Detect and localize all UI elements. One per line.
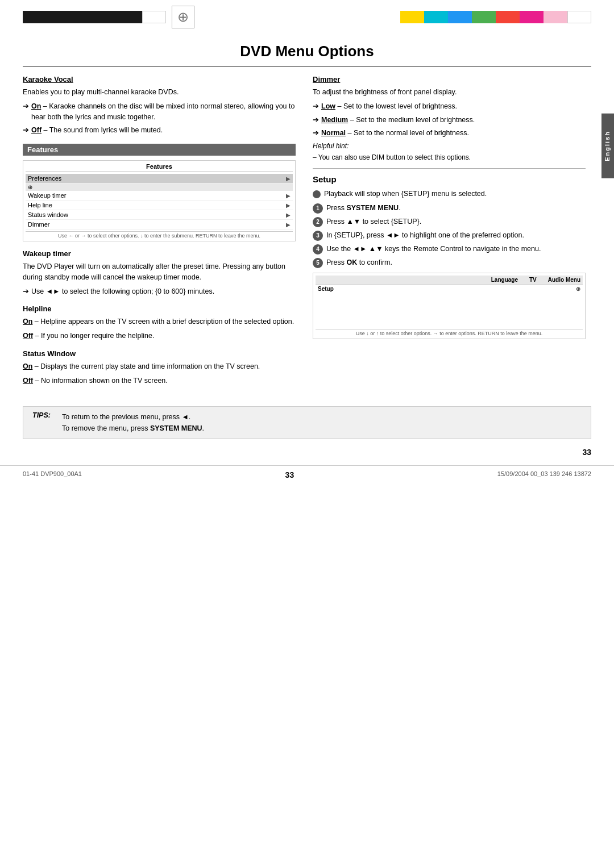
arrow-icon-6: ➔ [313,128,319,139]
crosshair-icon: ⊕ [172,6,194,28]
features-row-helpline: Help line ▶ [26,201,293,210]
status-window-section: Status Window On – Displays the current … [23,349,296,386]
color-block-yellow [400,11,424,23]
color-block-white2 [567,11,591,23]
top-bars-right [400,11,591,23]
setup-col-tv: TV [529,277,537,283]
footer-left: 01-41 DVP900_00A1 [23,470,82,479]
setup-box-header-cols: Language TV Audio Menu [491,277,580,283]
arrow-icon-1: ➔ [23,101,29,123]
color-block-cyan [424,11,448,23]
features-sub-icon: ⊕ [28,184,32,190]
setup-intro-bullet: Playback will stop when {SETUP} menu is … [313,189,586,199]
features-row-status: Status window ▶ [26,210,293,220]
arrow-icon-3: ➔ [23,286,29,297]
tips-bar: TIPS: To return to the previous menu, pr… [23,406,591,439]
footer-right: 15/09/2004 00_03 139 246 13872 [497,470,591,479]
features-row-preferences: Preferences ▶ [26,174,293,183]
arrow-icon-2: ➔ [23,125,29,136]
color-block-blue [448,11,472,23]
helpline-heading: Helpline [23,304,296,313]
tips-line-1: To return to the previous menu, press ◄. [62,411,204,423]
step-number-3: 3 [313,231,323,241]
features-section: Features Features Preferences ▶ ⊕ Wakeup… [23,144,296,241]
wakeup-timer-body: The DVD Player will turn on automaticall… [23,261,296,283]
color-block-black4 [94,11,118,23]
color-block-black3 [70,11,94,23]
language-tab: English [601,114,614,178]
setup-box-setup-label: Setup [318,286,576,292]
setup-step-2-text: Press ▲▼ to select {SETUP}. [326,216,421,227]
setup-col-audio: Audio Menu [548,277,580,283]
setup-step-4-text: Use the ◄► ▲▼ keys the Remote Control to… [326,244,541,254]
features-box: Features Preferences ▶ ⊕ Wakeup timer ▶ … [23,160,296,241]
features-arrow-helpline: ▶ [286,202,291,208]
status-window-on-text: On – Displays the current play state and… [23,361,296,372]
page-number: 33 [0,445,614,460]
setup-box-empty-label [318,277,491,283]
setup-step-5: 5 Press OK to confirm. [313,257,586,268]
setup-step-3-text: In {SETUP}, press ◄► to highlight one of… [326,230,524,241]
dimmer-normal-text: Normal – Set to the normal level of brig… [321,128,469,139]
color-block-pink [544,11,567,23]
step-number-2: 2 [313,217,323,227]
footer-center: 33 [285,470,294,479]
setup-steps: 1 Press SYSTEM MENU. 2 Press ▲▼ to selec… [313,203,586,268]
arrow-icon-4: ➔ [313,101,319,112]
setup-step-1-text: Press SYSTEM MENU. [326,203,401,214]
dimmer-low-bullet: ➔ Low – Set to the lowest level of brigh… [313,101,586,112]
helpline-off-text: Off – If you no longer require the helpl… [23,331,296,341]
features-footer: Use ← or → to select other options. ↓ to… [26,231,293,239]
dimmer-heading: Dimmer [313,75,586,84]
main-content: Karaoke Vocal Enables you to play multi-… [0,75,614,389]
features-row-wakeup: Wakeup timer ▶ [26,191,293,201]
setup-box-empty-area [316,293,583,327]
features-arrow-wakeup: ▶ [286,193,291,199]
top-bars-left [23,11,166,23]
right-column: Dimmer To adjust the brightness of front… [313,75,586,389]
left-column: Karaoke Vocal Enables you to play multi-… [23,75,296,389]
status-window-off-text: Off – No information shown on the TV scr… [23,375,296,386]
features-label-helpline: Help line [28,202,286,208]
helpline-on-text: On – Helpline appears on the TV screen w… [23,316,296,327]
setup-box-cursor: ⊕ [576,286,580,292]
karaoke-vocal-intro: Enables you to play multi-channel karaok… [23,87,296,98]
top-decoration: ⊕ [0,0,614,34]
page-title: DVD Menu Options [23,43,591,60]
features-label-wakeup: Wakeup timer [28,192,286,199]
dimmer-section: Dimmer To adjust the brightness of front… [313,75,586,162]
features-box-title: Features [26,163,293,172]
features-arrow-status: ▶ [286,212,291,218]
setup-box-header: Language TV Audio Menu [316,276,583,285]
features-arrow-dimmer: ▶ [286,222,291,228]
arrow-icon-5: ➔ [313,115,319,126]
features-subrow: ⊕ [26,183,293,191]
color-block-green [472,11,496,23]
setup-step-5-text: Press OK to confirm. [326,257,392,268]
karaoke-off-bullet: ➔ Off – The sound from lyrics will be mu… [23,125,296,136]
color-block-black1 [23,11,47,23]
dimmer-low-text: Low – Set to the lowest level of brightn… [321,101,457,112]
karaoke-vocal-section: Karaoke Vocal Enables you to play multi-… [23,75,296,136]
features-arrow-preferences: ▶ [286,176,291,182]
dimmer-medium-text: Medium – Set to the medium level of brig… [321,115,475,126]
setup-section: Setup Playback will stop when {SETUP} me… [313,174,586,339]
dimmer-intro: To adjust the brightness of front panel … [313,87,586,98]
wakeup-timer-bullet-text: Use ◄► to select the following option; {… [31,286,214,297]
step-number-5: 5 [313,258,323,268]
step-number-1: 1 [313,203,323,214]
features-label-status: Status window [28,211,286,218]
setup-step-4: 4 Use the ◄► ▲▼ keys the Remote Control … [313,244,586,254]
setup-step-3: 3 In {SETUP}, press ◄► to highlight one … [313,230,586,241]
wakeup-timer-heading: Wakeup timer [23,249,296,258]
features-heading: Features [23,144,296,156]
karaoke-vocal-heading: Karaoke Vocal [23,75,296,84]
wakeup-timer-section: Wakeup timer The DVD Player will turn on… [23,249,296,297]
features-row-dimmer: Dimmer ▶ [26,220,293,229]
setup-box: Language TV Audio Menu Setup ⊕ Use ↓ or … [313,273,586,339]
helpful-hint-text: – You can also use DIM button to select … [313,152,586,162]
setup-step-1: 1 Press SYSTEM MENU. [313,203,586,214]
features-label-dimmer: Dimmer [28,221,286,228]
dimmer-medium-bullet: ➔ Medium – Set to the medium level of br… [313,115,586,126]
karaoke-on-text: On – Karaoke channels on the disc will b… [31,101,296,123]
